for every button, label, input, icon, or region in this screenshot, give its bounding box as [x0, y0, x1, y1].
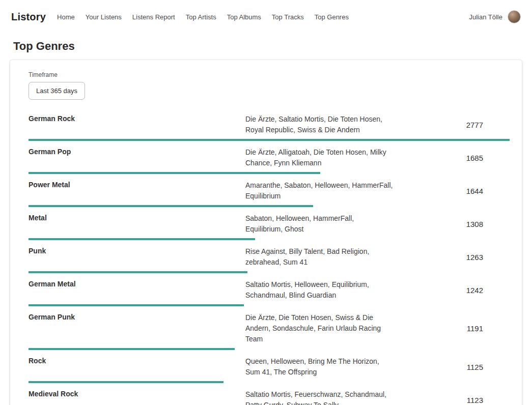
- artists-list: Amaranthe, Sabaton, Helloween, HammerFal…: [245, 180, 398, 201]
- progress-bar-fill: [29, 381, 223, 383]
- progress-bar-fill: [29, 172, 320, 174]
- listen-count: 1191: [398, 324, 510, 333]
- nav-item-top-albums[interactable]: Top Albums: [227, 13, 261, 21]
- genre-name: Medieval Rock: [29, 389, 245, 398]
- top-genres-card: Timeframe Last 365 days German RockDie Ä…: [10, 60, 522, 405]
- progress-bar-fill: [29, 271, 247, 273]
- listen-count: 1123: [398, 396, 510, 404]
- artists-list: Rise Against, Billy Talent, Bad Religion…: [245, 246, 398, 268]
- main-nav: Home Your Listens Listens Report Top Art…: [57, 13, 469, 21]
- progress-bar-fill: [29, 205, 313, 207]
- artists-list: Die Ärzte, Die Toten Hosen, Swiss & Die …: [245, 312, 398, 344]
- table-row: German PopDie Ärzte, Alligatoah, Die Tot…: [29, 147, 510, 174]
- timeframe-select-button[interactable]: Last 365 days: [29, 82, 85, 100]
- genre-name: German Pop: [29, 147, 245, 156]
- nav-item-top-tracks[interactable]: Top Tracks: [272, 13, 304, 21]
- listen-count: 1308: [398, 220, 510, 228]
- artists-list: Die Ärzte, Saltatio Mortis, Die Toten Ho…: [245, 114, 398, 135]
- progress-bar-track: [29, 348, 510, 350]
- listen-count: 2777: [398, 121, 510, 129]
- table-row: Medieval RockSaltatio Mortis, Feuerschwa…: [29, 389, 510, 405]
- genre-name: Metal: [29, 213, 245, 222]
- progress-bar-track: [29, 304, 510, 306]
- progress-bar-fill: [29, 304, 244, 306]
- table-row-main: German MetalSaltatio Mortis, Helloween, …: [29, 279, 510, 301]
- listen-count: 1263: [398, 253, 510, 262]
- table-row-main: German PopDie Ärzte, Alligatoah, Die Tot…: [29, 147, 510, 168]
- table-row: Power MetalAmaranthe, Sabaton, Helloween…: [29, 180, 510, 207]
- table-row-main: PunkRise Against, Billy Talent, Bad Reli…: [29, 246, 510, 268]
- table-row-main: MetalSabaton, Helloween, HammerFall, Equ…: [29, 213, 510, 235]
- user-avatar[interactable]: [508, 10, 521, 23]
- genre-table: German RockDie Ärzte, Saltatio Mortis, D…: [29, 114, 510, 405]
- table-row: German RockDie Ärzte, Saltatio Mortis, D…: [29, 114, 510, 141]
- listen-count: 1685: [398, 154, 510, 162]
- progress-bar-track: [29, 139, 510, 141]
- nav-item-top-genres[interactable]: Top Genres: [315, 13, 349, 21]
- table-row: German MetalSaltatio Mortis, Helloween, …: [29, 279, 510, 306]
- progress-bar-fill: [29, 139, 510, 141]
- genre-name: German Metal: [29, 279, 245, 288]
- artists-list: Saltatio Mortis, Helloween, Equilibrium,…: [245, 279, 398, 301]
- artists-list: Saltatio Mortis, Feuerschwanz, Schandmau…: [245, 389, 398, 405]
- listen-count: 1125: [398, 363, 510, 371]
- listen-count: 1644: [398, 187, 510, 195]
- table-row-main: German RockDie Ärzte, Saltatio Mortis, D…: [29, 114, 510, 135]
- nav-item-top-artists[interactable]: Top Artists: [186, 13, 216, 21]
- table-row: MetalSabaton, Helloween, HammerFall, Equ…: [29, 213, 510, 240]
- listen-count: 1242: [398, 286, 510, 295]
- genre-name: German Punk: [29, 312, 245, 321]
- table-row: German PunkDie Ärzte, Die Toten Hosen, S…: [29, 312, 510, 350]
- timeframe-label: Timeframe: [29, 71, 510, 78]
- nav-item-your-listens[interactable]: Your Listens: [86, 13, 122, 21]
- progress-bar-fill: [29, 348, 235, 350]
- progress-bar-track: [29, 172, 510, 174]
- genre-name: Rock: [29, 356, 245, 365]
- genre-name: Punk: [29, 246, 245, 255]
- table-row: PunkRise Against, Billy Talent, Bad Reli…: [29, 246, 510, 273]
- progress-bar-track: [29, 381, 510, 383]
- progress-bar-track: [29, 205, 510, 207]
- table-row-main: RockQueen, Helloween, Bring Me The Horiz…: [29, 356, 510, 378]
- nav-item-listens-report[interactable]: Listens Report: [132, 13, 175, 21]
- genre-name: German Rock: [29, 114, 245, 123]
- page-title: Top Genres: [13, 40, 519, 53]
- genre-name: Power Metal: [29, 180, 245, 189]
- artists-list: Queen, Helloween, Bring Me The Horizon, …: [245, 356, 398, 378]
- table-row: RockQueen, Helloween, Bring Me The Horiz…: [29, 356, 510, 383]
- progress-bar-track: [29, 238, 510, 240]
- nav-item-home[interactable]: Home: [57, 13, 75, 21]
- table-row-main: Medieval RockSaltatio Mortis, Feuerschwa…: [29, 389, 510, 405]
- user-name: Julian Tölle: [469, 13, 502, 21]
- progress-bar-fill: [29, 238, 255, 240]
- app-brand[interactable]: Listory: [11, 11, 46, 23]
- table-row-main: Power MetalAmaranthe, Sabaton, Helloween…: [29, 180, 510, 201]
- navbar-user-area: Julian Tölle: [469, 10, 521, 23]
- artists-list: Sabaton, Helloween, HammerFall, Equilibr…: [245, 213, 398, 235]
- navbar: Listory Home Your Listens Listens Report…: [0, 0, 532, 34]
- artists-list: Die Ärzte, Alligatoah, Die Toten Hosen, …: [245, 147, 398, 168]
- table-row-main: German PunkDie Ärzte, Die Toten Hosen, S…: [29, 312, 510, 344]
- progress-bar-track: [29, 271, 510, 273]
